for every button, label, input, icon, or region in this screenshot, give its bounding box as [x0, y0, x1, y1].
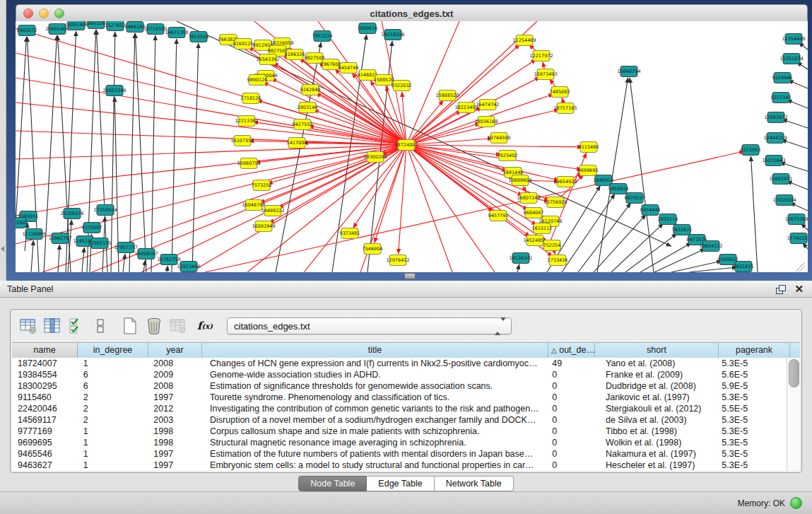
close-panel-icon[interactable]: ✕	[794, 284, 804, 294]
split-pane-handle[interactable]	[404, 273, 416, 279]
table-selector-dropdown[interactable]: citations_edges.txt	[227, 317, 512, 334]
table-row[interactable]: 1872400712008Changes of HCN gene express…	[12, 358, 787, 369]
table-scrollbar[interactable]	[787, 358, 800, 471]
graph-node[interactable]: 16807249	[517, 193, 540, 204]
column-header-name[interactable]: name	[12, 343, 78, 358]
graph-node[interactable]: 5958924	[608, 184, 629, 194]
tab-edge-table[interactable]: Edge Table	[367, 476, 434, 491]
graph-node[interactable]: 12093872	[764, 112, 787, 123]
graph-node[interactable]: 8322032	[392, 81, 412, 91]
graph-node[interactable]: 11154498	[782, 34, 805, 45]
graph-node[interactable]: 16782759	[157, 255, 180, 265]
column-header-pagerank[interactable]: pagerank	[719, 343, 790, 358]
graph-node[interactable]: 12505135	[88, 238, 111, 249]
graph-node[interactable]: 11675309	[784, 214, 808, 225]
column-visibility-button[interactable]	[42, 315, 63, 337]
graph-node[interactable]: 18091406	[64, 21, 88, 30]
graph-node[interactable]: 15692971	[769, 174, 792, 185]
graph-node[interactable]: 18223459	[454, 103, 478, 113]
graph-node[interactable]: 12942757	[48, 233, 71, 244]
table-settings-button[interactable]	[18, 315, 39, 337]
graph-node[interactable]: 15888520	[435, 90, 459, 101]
graph-node[interactable]: 10653287	[84, 21, 107, 29]
graph-node[interactable]: 7485083	[550, 87, 570, 98]
graph-node[interactable]: 9631815	[734, 262, 754, 272]
table-row[interactable]: 1830029562008Estimation of significance …	[12, 380, 787, 392]
graph-node[interactable]: 8186328	[285, 49, 305, 60]
delete-table-button[interactable]	[143, 315, 165, 337]
graph-node[interactable]: 9146821	[358, 70, 378, 81]
import-table-button[interactable]	[167, 315, 189, 337]
function-builder-button[interactable]: f(x)	[194, 315, 216, 337]
graph-node[interactable]: 1527602	[105, 21, 126, 31]
graph-node[interactable]: 20206576	[60, 209, 83, 219]
graph-node[interactable]: 6679197	[625, 193, 645, 204]
graph-node[interactable]: 2803144	[298, 103, 318, 113]
graph-node[interactable]: 12923446	[177, 262, 200, 272]
graph-node[interactable]: 14136141	[509, 253, 532, 264]
graph-node[interactable]: 9242848	[300, 85, 321, 95]
graph-node[interactable]: 20691406	[45, 24, 69, 35]
graph-node[interactable]: 10980753	[237, 158, 260, 169]
graph-node[interactable]: 9373481	[340, 228, 360, 239]
graph-node[interactable]: 26053346	[102, 86, 126, 96]
graph-node[interactable]: 10756928	[543, 197, 567, 208]
graph-node[interactable]: 1615112	[532, 223, 553, 234]
table-row[interactable]: 946554611997Estimation of the future num…	[12, 448, 787, 460]
table-mode-button[interactable]	[90, 315, 111, 337]
graph-node[interactable]: 9827508	[305, 53, 325, 64]
graph-node[interactable]: 9227343	[771, 93, 792, 103]
table-row[interactable]: 1456911722003Disruption of a novel membe…	[12, 414, 787, 426]
graph-node[interactable]: 16093949	[252, 221, 275, 232]
float-panel-icon[interactable]	[776, 285, 786, 293]
graph-node[interactable]: 12217972	[529, 51, 553, 62]
scrollbar-thumb[interactable]	[789, 359, 799, 387]
graph-node[interactable]: 1588520	[374, 75, 394, 86]
table-row[interactable]: 1938455462009Genome-wide association stu…	[12, 369, 787, 380]
graph-node[interactable]: 16210643	[762, 156, 785, 166]
table-row[interactable]: 946362711997Embryonic stem cells: a mode…	[12, 460, 787, 471]
graph-node[interactable]: 7957224	[312, 31, 333, 42]
graph-node[interactable]: 16046798	[242, 200, 265, 211]
column-header-out-degree[interactable]: △ out_de…	[548, 343, 595, 358]
graph-node[interactable]: 11156869	[22, 229, 45, 240]
graph-node[interactable]: 10973493	[534, 69, 557, 80]
graph-node[interactable]: 8427552	[293, 119, 313, 130]
graph-node[interactable]: 9129946	[772, 73, 793, 83]
graph-node[interactable]: 752254	[543, 240, 561, 251]
graph-node[interactable]: 11254409	[512, 35, 536, 46]
graph-node[interactable]: 10744590	[487, 133, 510, 144]
graph-node[interactable]: 16474742	[476, 100, 499, 110]
graph-node[interactable]: 18300295	[363, 152, 387, 163]
graph-node[interactable]: 19218596	[381, 30, 404, 40]
network-canvas[interactable]: 1872400794055722069140618091406106532871…	[16, 21, 808, 272]
graph-node[interactable]: 1733426	[548, 255, 568, 266]
graph-node[interactable]: 2967608	[321, 59, 341, 70]
graph-node[interactable]: 17957277	[114, 243, 137, 253]
graph-node[interactable]: 9160125	[233, 39, 254, 49]
graph-node[interactable]: 9684067	[524, 208, 544, 218]
graph-node[interactable]: 9699695	[578, 165, 599, 176]
graph-node[interactable]: 2718126	[241, 93, 261, 104]
tab-node-table[interactable]: Node Table	[298, 476, 367, 491]
graph-node[interactable]: 16107553	[230, 136, 254, 146]
select-rows-button[interactable]	[66, 315, 87, 337]
graph-node[interactable]: 15751074	[779, 54, 803, 64]
graph-node[interactable]: 10654112	[699, 241, 722, 252]
table-row[interactable]: 2242004622012Investigating the contribut…	[12, 403, 787, 414]
graph-node[interactable]: 9215953	[741, 145, 761, 156]
column-header-year[interactable]: year	[148, 343, 202, 358]
graph-node[interactable]: 18757165	[553, 103, 577, 114]
column-header-short[interactable]: short	[595, 343, 719, 358]
graph-node[interactable]: 8466160	[125, 22, 146, 33]
graph-node[interactable]: 9890120	[247, 75, 268, 86]
graph-node[interactable]: 9115460	[579, 142, 599, 153]
graph-node[interactable]: 9405572	[17, 25, 37, 36]
graph-node[interactable]: 12213382	[235, 116, 258, 127]
graph-node[interactable]: 8454749	[339, 63, 359, 74]
graph-node[interactable]: 9457791	[488, 211, 509, 221]
graph-node[interactable]: 17740337	[787, 233, 808, 244]
graph-node[interactable]: 18724007	[394, 140, 418, 151]
new-table-button[interactable]	[119, 315, 141, 337]
column-header-title[interactable]: title	[202, 343, 548, 358]
